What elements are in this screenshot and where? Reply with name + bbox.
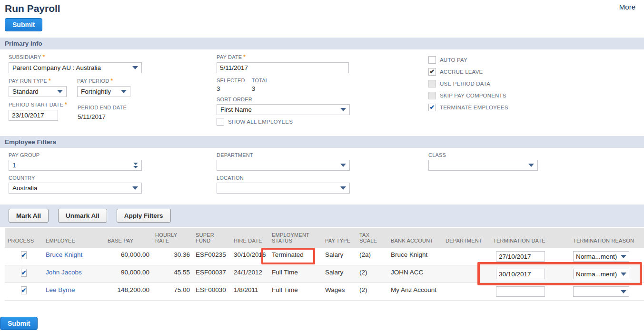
primary-info-section-header: Primary Info <box>0 38 644 49</box>
department-filter-label: DEPARTMENT <box>217 152 428 158</box>
checkbox-icon[interactable]: ✔ <box>428 104 436 111</box>
table-row: ✔ John Jacobs 90,000.00 45.55 ESF00037 2… <box>5 265 644 283</box>
class-filter-label: CLASS <box>428 152 644 158</box>
apply-filters-button[interactable]: Apply Filters <box>117 209 171 223</box>
show-all-employees-checkbox[interactable]: SHOW ALL EMPLOYEES <box>217 118 428 126</box>
base-pay-cell: 60,000.00 <box>105 248 152 265</box>
period-end-date-label: PERIOD END DATE <box>78 105 127 110</box>
unmark-all-button[interactable]: Unmark All <box>58 209 107 223</box>
hire-date-cell: 24/1/2012 <box>231 265 269 283</box>
termination-reason-value: Norma...ment) <box>576 271 617 278</box>
subsidiary-value: Parent Company AU : Australia <box>12 64 101 71</box>
accrue-leave-label: ACCRUE LEAVE <box>440 69 483 75</box>
chevron-down-icon <box>621 255 626 258</box>
hourly-rate-cell: 75.00 <box>152 283 193 301</box>
run-payroll-page: Run Payroll More Submit Primary Info SUB… <box>0 0 644 331</box>
termination-date-input[interactable] <box>496 286 545 297</box>
hire-date-cell: 1/8/2011 <box>231 283 269 301</box>
termination-date-input[interactable] <box>496 269 545 279</box>
employment-status-cell: Terminated <box>269 248 322 265</box>
termination-reason-select[interactable]: Norma...ment) <box>573 269 629 279</box>
subsidiary-select[interactable]: Parent Company AU : Australia <box>9 62 142 73</box>
country-select[interactable]: Australia <box>9 183 142 194</box>
accrue-leave-checkbox[interactable]: ✔ ACCRUE LEAVE <box>428 68 644 76</box>
hourly-rate-cell: 45.55 <box>152 265 193 283</box>
chevron-down-icon <box>340 164 346 167</box>
pay-group-select[interactable]: 1 <box>9 160 142 171</box>
col-header-super-fund: SUPER FUND <box>193 228 231 248</box>
pay-date-input[interactable] <box>217 62 349 73</box>
required-asterisk: * <box>49 78 51 84</box>
pay-type-cell: Salary <box>322 265 357 283</box>
termination-reason-select[interactable] <box>573 286 629 297</box>
location-filter-select[interactable] <box>217 183 350 194</box>
chevron-down-icon <box>528 164 534 167</box>
employee-link[interactable]: Lee Byrne <box>46 286 75 293</box>
terminate-employees-checkbox[interactable]: ✔ TERMINATE EMPLOYEES <box>428 104 644 111</box>
process-checkbox[interactable]: ✔ <box>21 286 27 294</box>
table-row: ✔ Bruce Knight 60,000.00 30.36 ESF00235 … <box>5 248 644 265</box>
checkbox-icon[interactable] <box>428 56 436 64</box>
use-period-data-checkbox[interactable]: USE PERIOD DATA <box>428 80 644 88</box>
list-toolbar: Mark All Unmark All Apply Filters <box>0 204 644 227</box>
primary-info-body: SUBSIDIARY* Parent Company AU : Australi… <box>0 49 644 130</box>
country-label: COUNTRY <box>9 175 217 181</box>
hire-date-cell: 30/10/2016 <box>231 248 269 265</box>
base-pay-cell: 90,000.00 <box>105 265 152 283</box>
col-header-hire-date: HIRE DATE <box>231 228 269 248</box>
process-checkbox[interactable]: ✔ <box>21 251 27 259</box>
employee-link[interactable]: John Jacobs <box>46 269 82 276</box>
employee-table: PROCESS EMPLOYEE BASE PAY HOURLY RATE SU… <box>5 228 644 301</box>
location-filter-label: LOCATION <box>217 175 428 181</box>
pay-group-value: 1 <box>12 162 16 169</box>
col-header-department: DEPARTMENT <box>443 228 490 248</box>
col-header-employment-status: EMPLOYMENT STATUS <box>269 228 322 248</box>
chevron-down-icon <box>340 186 346 190</box>
termination-reason-select[interactable]: Norma...ment) <box>573 251 629 262</box>
termination-date-input[interactable] <box>496 251 545 262</box>
employee-filters-section-header: Employee Filters <box>0 136 644 148</box>
col-header-pay-type: PAY TYPE <box>322 228 357 248</box>
required-asterisk: * <box>65 101 67 108</box>
tax-scale-cell: (2) <box>357 265 388 283</box>
subsidiary-label: SUBSIDIARY* <box>9 54 217 60</box>
bank-account-cell: Bruce Knight <box>388 248 443 265</box>
skip-pay-components-label: SKIP PAY COMPONENTS <box>440 93 506 98</box>
chevron-down-icon <box>621 273 626 276</box>
col-header-termination-reason: TERMINATION REASON <box>570 228 644 248</box>
sort-order-label: SORT ORDER <box>217 97 428 102</box>
period-start-date-input[interactable] <box>9 110 58 121</box>
submit-button-bottom[interactable]: Submit <box>0 317 38 330</box>
pay-period-value: Fortnightly <box>81 88 111 95</box>
checkbox-icon[interactable]: ✔ <box>428 68 436 76</box>
mark-all-button[interactable]: Mark All <box>9 209 49 223</box>
submit-button-top[interactable]: Submit <box>5 18 42 31</box>
auto-pay-label: AUTO PAY <box>440 57 467 63</box>
sort-order-select[interactable]: First Name <box>217 104 350 115</box>
class-filter-select[interactable] <box>428 160 538 171</box>
page-header: Run Payroll More <box>0 0 644 14</box>
chevron-down-icon <box>621 290 626 293</box>
chevron-down-icon <box>132 186 138 190</box>
process-checkbox[interactable]: ✔ <box>21 269 27 277</box>
pay-period-select[interactable]: Fortnightly <box>77 86 130 97</box>
employee-link[interactable]: Bruce Knight <box>46 251 82 258</box>
bank-account-cell: My Anz Account <box>388 283 443 301</box>
period-end-date-value: 5/11/2017 <box>78 113 127 120</box>
pay-run-type-select[interactable]: Standard <box>9 86 67 97</box>
col-header-tax-scale: TAX SCALE <box>357 228 388 248</box>
selected-count: 3 <box>217 85 245 92</box>
tax-scale-cell: (2) <box>357 283 388 301</box>
auto-pay-checkbox[interactable]: AUTO PAY <box>428 56 644 64</box>
table-row: ✔ Lee Byrne 148,200.00 75.00 ESF00030 1/… <box>5 283 644 301</box>
department-filter-select[interactable] <box>217 160 350 171</box>
col-header-employee: EMPLOYEE <box>43 228 105 248</box>
checkbox-icon[interactable] <box>428 92 436 99</box>
checkbox-icon[interactable] <box>217 118 224 126</box>
super-fund-cell: ESF00235 <box>193 248 231 265</box>
chevron-down-icon <box>121 90 127 93</box>
col-header-termination-date: TERMINATION DATE <box>490 228 570 248</box>
skip-pay-components-checkbox[interactable]: SKIP PAY COMPONENTS <box>428 92 644 99</box>
more-link[interactable]: More <box>619 3 635 11</box>
checkbox-icon[interactable] <box>428 80 436 88</box>
